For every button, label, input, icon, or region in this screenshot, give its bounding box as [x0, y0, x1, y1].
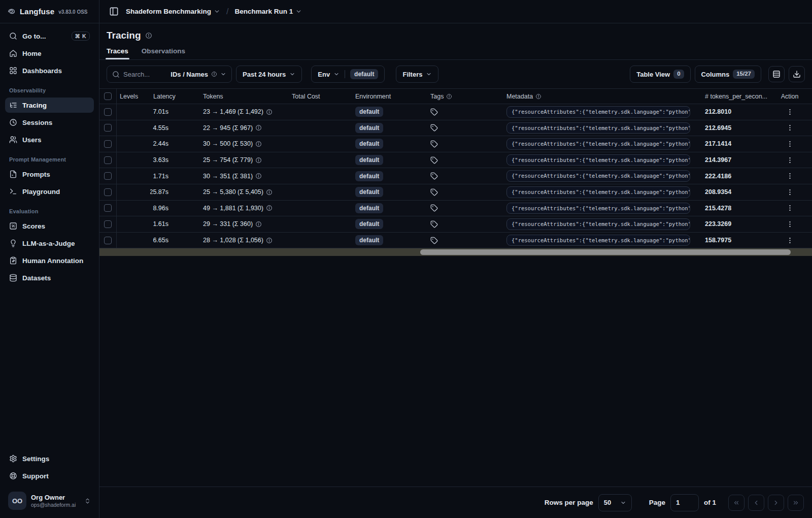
col-header-tokens-per-second[interactable]: # tokens_per_secon... — [700, 93, 767, 100]
table-row[interactable]: 25.87s 25 → 5,380 (Σ 5,405) default — [99, 184, 812, 201]
breadcrumb-org[interactable]: Shadeform Benchmarking — [126, 8, 220, 15]
table-row[interactable]: 7.01s 23 → 1,469 (Σ 1,492) default — [99, 104, 812, 120]
sidebar-item-scores[interactable]: Scores — [5, 218, 94, 234]
row-checkbox[interactable] — [104, 156, 112, 164]
row-checkbox[interactable] — [104, 204, 112, 212]
sidebar-item-llm-as-a-judge[interactable]: LLM-as-a-Judge — [5, 236, 94, 251]
info-icon[interactable] — [255, 157, 262, 164]
table-row[interactable]: 3.63s 25 → 754 (Σ 779) default — [99, 152, 812, 169]
row-actions-menu-icon[interactable] — [786, 204, 794, 212]
previous-page-button[interactable] — [748, 495, 764, 511]
row-actions-menu-icon[interactable] — [786, 140, 794, 148]
row-actions-menu-icon[interactable] — [786, 220, 794, 228]
tab-observations[interactable]: Observations — [142, 47, 185, 59]
sidebar-item-home[interactable]: Home — [5, 46, 94, 61]
tab-traces[interactable]: Traces — [107, 47, 128, 59]
row-checkbox[interactable] — [104, 108, 112, 116]
user-menu[interactable]: OO Org Owner ops@shadeform.ai — [5, 490, 94, 512]
info-icon[interactable] — [145, 32, 152, 39]
info-icon[interactable] — [266, 205, 273, 211]
sidebar-item-prompts[interactable]: Prompts — [5, 167, 94, 182]
sidebar-item-users[interactable]: Users — [5, 132, 94, 147]
scrollbar-thumb[interactable] — [420, 249, 791, 255]
row-checkbox[interactable] — [104, 124, 112, 132]
row-checkbox[interactable] — [104, 140, 112, 148]
info-icon[interactable] — [266, 237, 273, 244]
metadata-pill[interactable]: {"resourceAttributes":{"telemetry.sdk.la… — [506, 186, 690, 198]
col-header-tags[interactable]: Tags — [425, 93, 502, 100]
sidebar-item-sessions[interactable]: Sessions — [5, 115, 94, 130]
col-header-latency[interactable]: Latency — [150, 93, 198, 100]
row-checkbox[interactable] — [104, 237, 112, 244]
metadata-pill[interactable]: {"resourceAttributes":{"telemetry.sdk.la… — [506, 235, 690, 246]
sidebar-item-datasets[interactable]: Datasets — [5, 270, 94, 285]
tag-icon[interactable] — [430, 156, 438, 164]
info-icon[interactable] — [255, 173, 262, 179]
tag-icon[interactable] — [430, 108, 438, 116]
table-row[interactable]: 1.71s 30 → 351 (Σ 381) default — [99, 168, 812, 184]
table-view-button[interactable]: Table View 0 — [630, 66, 690, 83]
info-icon[interactable] — [266, 189, 273, 196]
sidebar-item-human-annotation[interactable]: Human Annotation — [5, 253, 94, 268]
col-header-metadata[interactable]: Metadata — [502, 93, 700, 100]
info-icon[interactable] — [266, 109, 273, 115]
breadcrumb-project[interactable]: Benchmark Run 1 — [235, 8, 302, 15]
col-header-levels[interactable]: Levels — [117, 93, 150, 100]
sidebar-toggle-button[interactable] — [107, 5, 121, 19]
tag-icon[interactable] — [430, 124, 438, 132]
metadata-pill[interactable]: {"resourceAttributes":{"telemetry.sdk.la… — [506, 218, 690, 230]
row-actions-menu-icon[interactable] — [786, 237, 794, 244]
table-row[interactable]: 1.61s 29 → 331 (Σ 360) default — [99, 216, 812, 233]
columns-button[interactable]: Columns 15/27 — [695, 66, 761, 83]
page-number-input[interactable] — [670, 494, 699, 511]
sidebar-item-dashboards[interactable]: Dashboards — [5, 63, 94, 78]
row-actions-menu-icon[interactable] — [786, 108, 794, 116]
goto-search[interactable]: Go to... ⌘ K — [5, 28, 94, 44]
horizontal-scrollbar[interactable] — [99, 248, 812, 256]
next-page-button[interactable] — [768, 495, 784, 511]
metadata-pill[interactable]: {"resourceAttributes":{"telemetry.sdk.la… — [506, 122, 690, 134]
last-page-button[interactable] — [788, 495, 804, 511]
tag-icon[interactable] — [430, 140, 438, 148]
env-dropdown[interactable]: Env default — [311, 66, 385, 83]
metadata-pill[interactable]: {"resourceAttributes":{"telemetry.sdk.la… — [506, 154, 690, 166]
tag-icon[interactable] — [430, 172, 438, 180]
sidebar-item-settings[interactable]: Settings — [5, 451, 94, 466]
info-icon[interactable] — [255, 124, 262, 131]
sidebar-item-tracing[interactable]: Tracing — [5, 98, 94, 113]
first-page-button[interactable] — [728, 495, 745, 511]
tag-icon[interactable] — [430, 188, 438, 196]
table-row[interactable]: 2.44s 30 → 500 (Σ 530) default — [99, 136, 812, 152]
search-input[interactable] — [123, 71, 163, 78]
table-row[interactable]: 4.55s 22 → 945 (Σ 967) default — [99, 120, 812, 137]
tag-icon[interactable] — [430, 220, 438, 228]
row-checkbox[interactable] — [104, 172, 112, 180]
metadata-pill[interactable]: {"resourceAttributes":{"telemetry.sdk.la… — [506, 203, 690, 214]
col-header-tokens[interactable]: Tokens — [198, 93, 287, 100]
col-header-total-cost[interactable]: Total Cost — [287, 93, 350, 100]
sidebar-item-playground[interactable]: Playground — [5, 184, 94, 199]
select-all-checkbox[interactable] — [104, 92, 112, 100]
row-actions-menu-icon[interactable] — [786, 172, 794, 180]
info-icon[interactable] — [255, 221, 262, 228]
row-height-button[interactable] — [768, 66, 785, 82]
metadata-pill[interactable]: {"resourceAttributes":{"telemetry.sdk.la… — [506, 170, 690, 182]
export-button[interactable] — [789, 66, 805, 82]
col-header-environment[interactable]: Environment — [350, 93, 425, 100]
info-icon[interactable] — [255, 141, 262, 147]
row-actions-menu-icon[interactable] — [786, 156, 794, 164]
search-box[interactable]: IDs / Names — [107, 66, 232, 83]
metadata-pill[interactable]: {"resourceAttributes":{"telemetry.sdk.la… — [506, 138, 690, 150]
search-mode-dropdown[interactable]: IDs / Names — [171, 71, 226, 78]
row-actions-menu-icon[interactable] — [786, 188, 794, 196]
filters-dropdown[interactable]: Filters — [396, 66, 438, 83]
row-actions-menu-icon[interactable] — [786, 124, 794, 132]
row-checkbox[interactable] — [104, 188, 112, 196]
table-row[interactable]: 6.65s 28 → 1,028 (Σ 1,056) default — [99, 233, 812, 249]
tag-icon[interactable] — [430, 204, 438, 212]
table-row[interactable]: 8.96s 49 → 1,881 (Σ 1,930) default — [99, 201, 812, 217]
time-range-dropdown[interactable]: Past 24 hours — [236, 66, 302, 83]
row-checkbox[interactable] — [104, 220, 112, 228]
metadata-pill[interactable]: {"resourceAttributes":{"telemetry.sdk.la… — [506, 106, 690, 118]
rows-per-page-select[interactable]: 50 — [598, 494, 632, 511]
